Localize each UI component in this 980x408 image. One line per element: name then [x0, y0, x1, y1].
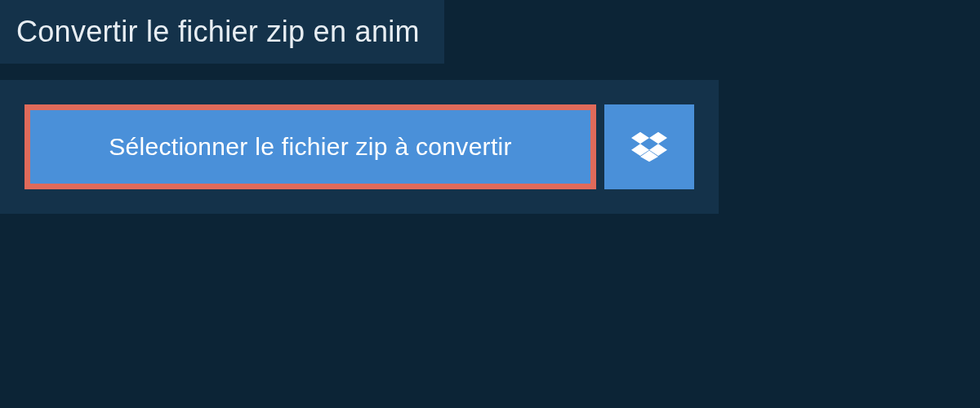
dropbox-button[interactable] [604, 104, 694, 189]
tab-header: Convertir le fichier zip en anim [0, 0, 980, 64]
button-row: Sélectionner le fichier zip à convertir [0, 80, 719, 189]
select-file-button[interactable]: Sélectionner le fichier zip à convertir [24, 104, 596, 189]
dropbox-icon [631, 129, 667, 165]
select-file-label: Sélectionner le fichier zip à convertir [109, 133, 512, 161]
tab-title[interactable]: Convertir le fichier zip en anim [0, 0, 444, 64]
converter-panel: Sélectionner le fichier zip à convertir [0, 80, 719, 214]
